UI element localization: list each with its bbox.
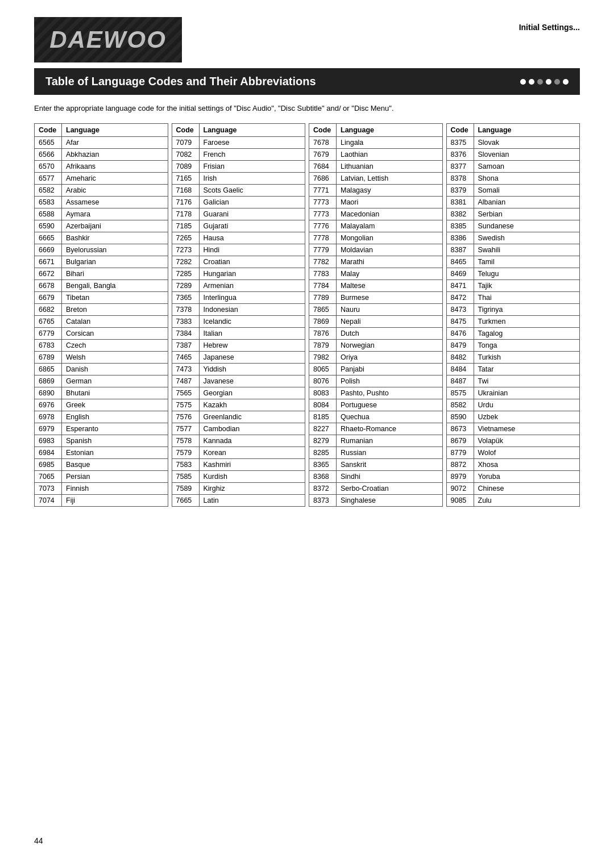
code-cell: 7073 xyxy=(35,482,62,494)
language-cell: Slovak xyxy=(474,136,580,148)
table-row: 6979Esperanto xyxy=(35,423,168,435)
table-row: 7585Kurdish xyxy=(172,470,305,482)
table-row: 7575Kazakh xyxy=(172,399,305,411)
table-row: 8365Sanskrit xyxy=(309,458,443,470)
table-row: 6672Bihari xyxy=(35,268,168,279)
code-cell: 7789 xyxy=(309,291,337,303)
code-cell: 6679 xyxy=(35,291,62,303)
table-row: 7365Interlingua xyxy=(172,291,305,303)
language-cell: Fiji xyxy=(62,494,168,506)
dot-6 xyxy=(563,79,569,85)
language-cell: Malayalam xyxy=(337,220,443,232)
table-row: 8185Quechua xyxy=(309,411,443,423)
language-cell: Georgian xyxy=(199,387,305,399)
table-row: 6869German xyxy=(35,375,168,387)
table-row: 8469Telugu xyxy=(446,268,580,279)
language-cell: Shona xyxy=(474,172,580,184)
table-row: 7773Maori xyxy=(309,196,443,208)
table-row: 8279Rumanian xyxy=(309,435,443,446)
code-cell: 6583 xyxy=(35,196,62,208)
table-row: 8381Albanian xyxy=(446,196,580,208)
table-row: 6669Byelorussian xyxy=(35,244,168,256)
table-row: 8386Swedish xyxy=(446,232,580,244)
code-cell: 8487 xyxy=(446,375,474,387)
language-cell: Azerbaijani xyxy=(62,220,168,232)
col-header-lang-4: Language xyxy=(474,123,580,136)
dot-2 xyxy=(529,79,534,85)
language-cell: Kashmiri xyxy=(199,458,305,470)
language-cell: Yoruba xyxy=(474,470,580,482)
code-cell: 7387 xyxy=(172,339,199,351)
page-title-bar: Table of Language Codes and Their Abbrev… xyxy=(34,68,580,95)
col-header-code-3: Code xyxy=(309,123,337,136)
table-row: 7074Fiji xyxy=(35,494,168,506)
language-cell: Byelorussian xyxy=(62,244,168,256)
language-cell: Malay xyxy=(337,268,443,279)
table-row: 7273Hindi xyxy=(172,244,305,256)
table-row: 7289Armenian xyxy=(172,279,305,291)
language-cell: Gujarati xyxy=(199,220,305,232)
language-cell: Afrikaans xyxy=(62,160,168,172)
code-cell: 8373 xyxy=(309,494,337,506)
table-row: 6765Catalan xyxy=(35,315,168,327)
code-cell: 7082 xyxy=(172,148,199,160)
language-cell: Albanian xyxy=(474,196,580,208)
table-row: 8385Sundanese xyxy=(446,220,580,232)
code-cell: 7265 xyxy=(172,232,199,244)
code-cell: 7782 xyxy=(309,256,337,268)
table-row: 8065Panjabi xyxy=(309,363,443,375)
table-row: 6577Ameharic xyxy=(35,172,168,184)
header: DAEWOO Initial Settings... xyxy=(34,17,580,62)
code-cell: 7578 xyxy=(172,435,199,446)
table-row: 6588Aymara xyxy=(35,208,168,220)
language-cell: Wolof xyxy=(474,446,580,458)
table-row: 8779Wolof xyxy=(446,446,580,458)
table-row: 6783Czech xyxy=(35,339,168,351)
table-row: 7778Mongolian xyxy=(309,232,443,244)
code-cell: 6984 xyxy=(35,446,62,458)
language-cell: Kurdish xyxy=(199,470,305,482)
language-cell: Latin xyxy=(199,494,305,506)
language-cell: Pashto, Pushto xyxy=(337,387,443,399)
language-cell: Corsican xyxy=(62,327,168,339)
language-cell: Telugu xyxy=(474,268,580,279)
code-cell: 6985 xyxy=(35,458,62,470)
section-label: Initial Settings... xyxy=(519,17,580,32)
language-cell: Malagasy xyxy=(337,184,443,196)
code-cell: 7783 xyxy=(309,268,337,279)
language-cell: Chinese xyxy=(474,482,580,494)
language-table-1: Code Language 6565Afar6566Abkhazian6570A… xyxy=(34,123,168,507)
code-cell: 8475 xyxy=(446,315,474,327)
code-cell: 7869 xyxy=(309,315,337,327)
code-cell: 8285 xyxy=(309,446,337,458)
code-cell: 8076 xyxy=(309,375,337,387)
code-cell: 6590 xyxy=(35,220,62,232)
language-cell: Catalan xyxy=(62,315,168,327)
page: DAEWOO Initial Settings... Table of Lang… xyxy=(0,0,614,868)
language-cell: Nepali xyxy=(337,315,443,327)
language-table-4: Code Language 8375Slovak8376Slovenian837… xyxy=(446,123,580,507)
language-cell: Abkhazian xyxy=(62,148,168,160)
code-cell: 7771 xyxy=(309,184,337,196)
table-row: 8475Turkmen xyxy=(446,315,580,327)
language-cell: Greek xyxy=(62,399,168,411)
language-cell: Estonian xyxy=(62,446,168,458)
code-cell: 7982 xyxy=(309,351,337,363)
language-cell: Slovenian xyxy=(474,148,580,160)
code-cell: 7879 xyxy=(309,339,337,351)
table-row: 8582Urdu xyxy=(446,399,580,411)
table-row: 8679Volapük xyxy=(446,435,580,446)
language-cell: Thai xyxy=(474,291,580,303)
table-row: 7776Malayalam xyxy=(309,220,443,232)
language-cell: Faroese xyxy=(199,136,305,148)
table-row: 8476Tagalog xyxy=(446,327,580,339)
language-cell: Basque xyxy=(62,458,168,470)
table-row: 8368Sindhi xyxy=(309,470,443,482)
table-row: 8487Twi xyxy=(446,375,580,387)
code-cell: 7665 xyxy=(172,494,199,506)
table-row: 8482Turkish xyxy=(446,351,580,363)
language-cell: Mongolian xyxy=(337,232,443,244)
code-cell: 6890 xyxy=(35,387,62,399)
table-row: 7782Marathi xyxy=(309,256,443,268)
language-cell: Hungarian xyxy=(199,268,305,279)
